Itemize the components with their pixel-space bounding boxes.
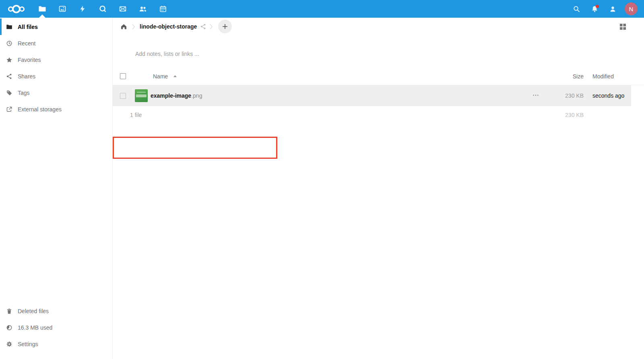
talk-icon bbox=[99, 5, 107, 13]
avatar-initial: N bbox=[629, 6, 634, 12]
sidebar-item-tags[interactable]: Tags bbox=[0, 84, 112, 101]
notifications-button[interactable] bbox=[588, 0, 601, 18]
star-icon bbox=[6, 57, 12, 63]
app-activity-button[interactable] bbox=[72, 0, 93, 18]
sidebar-item-label: Tags bbox=[18, 90, 30, 96]
sidebar-item-settings[interactable]: Settings bbox=[0, 336, 112, 352]
breadcrumb-current-folder[interactable]: linode-object-storage bbox=[140, 23, 197, 30]
breadcrumb-share-button[interactable] bbox=[200, 23, 206, 30]
new-file-button[interactable] bbox=[218, 20, 232, 33]
quota-pie-icon bbox=[6, 324, 12, 331]
tag-icon bbox=[6, 90, 12, 96]
file-name-base: example-image bbox=[151, 92, 191, 99]
summary-total-size: 230 KB bbox=[543, 112, 584, 118]
file-name-extension: .png bbox=[191, 92, 202, 99]
file-row[interactable]: example-image.png 230 KB seconds ago bbox=[113, 85, 644, 106]
nextcloud-logo[interactable] bbox=[0, 0, 32, 18]
app-calendar-button[interactable] bbox=[153, 0, 173, 18]
active-app-pointer-icon bbox=[39, 14, 45, 18]
notification-dot bbox=[596, 5, 599, 8]
files-sidebar: All files Recent Favorites Shares bbox=[0, 18, 113, 359]
photos-icon bbox=[58, 5, 66, 13]
contacts-menu-button[interactable] bbox=[607, 0, 619, 18]
sidebar-item-favorites[interactable]: Favorites bbox=[0, 51, 112, 68]
clock-icon bbox=[6, 40, 12, 47]
sidebar-item-all-files[interactable]: All files bbox=[0, 18, 112, 35]
three-dots-icon bbox=[532, 92, 539, 99]
chevron-right-icon bbox=[131, 24, 136, 30]
search-button[interactable] bbox=[570, 0, 582, 18]
file-list: Name Size Modified example-image.png bbox=[113, 68, 644, 124]
sidebar-item-label: Shares bbox=[18, 73, 35, 80]
external-link-icon bbox=[6, 106, 12, 113]
lightning-icon bbox=[78, 5, 87, 13]
size-column-header[interactable]: Size bbox=[543, 73, 584, 80]
sidebar-item-label: All files bbox=[18, 24, 38, 30]
grid-view-toggle[interactable] bbox=[619, 23, 626, 30]
breadcrumb-home-button[interactable] bbox=[118, 22, 130, 32]
files-main-area: linode-object-storage Add notes, lists o… bbox=[113, 18, 644, 359]
topbar-app-menu bbox=[0, 0, 173, 18]
sidebar-item-label: External storages bbox=[18, 106, 62, 113]
user-avatar[interactable]: N bbox=[625, 2, 638, 15]
folder-icon bbox=[6, 24, 12, 30]
folder-icon bbox=[38, 5, 46, 13]
file-list-summary: 1 file 230 KB bbox=[113, 106, 644, 124]
workspace-notes-placeholder[interactable]: Add notes, lists or links ... bbox=[135, 51, 199, 57]
summary-file-count: 1 file bbox=[113, 112, 519, 118]
app-talk-button[interactable] bbox=[93, 0, 113, 18]
mail-icon bbox=[119, 5, 127, 13]
person-icon bbox=[609, 5, 617, 13]
sidebar-footer: Deleted files 16.3 MB used bbox=[0, 303, 112, 359]
sidebar-item-label: Deleted files bbox=[18, 308, 49, 314]
trash-icon bbox=[6, 308, 12, 314]
topbar-actions: N bbox=[570, 0, 644, 18]
file-list-header: Name Size Modified bbox=[113, 68, 644, 85]
sidebar-item-label: Favorites bbox=[18, 57, 41, 63]
app-files-button[interactable] bbox=[32, 0, 52, 18]
sidebar-item-recent[interactable]: Recent bbox=[0, 35, 112, 51]
file-actions-menu-button[interactable] bbox=[532, 92, 539, 100]
users-icon bbox=[139, 5, 147, 13]
calendar-icon bbox=[159, 5, 167, 13]
home-icon bbox=[120, 23, 127, 30]
row-checkbox[interactable] bbox=[120, 93, 126, 99]
file-thumbnail bbox=[135, 89, 148, 102]
chevron-right-icon bbox=[209, 24, 213, 30]
select-all-checkbox[interactable] bbox=[120, 73, 126, 79]
modified-column-header[interactable]: Modified bbox=[584, 73, 644, 80]
sidebar-item-label: 16.3 MB used bbox=[18, 324, 52, 331]
sort-by-name-button[interactable]: Name bbox=[135, 73, 177, 80]
share-icon bbox=[200, 23, 206, 30]
sidebar-item-label: Recent bbox=[18, 40, 35, 47]
plus-icon bbox=[222, 23, 228, 30]
file-name-cell[interactable]: example-image.png bbox=[135, 89, 519, 102]
gear-icon bbox=[6, 341, 12, 347]
grid-icon bbox=[619, 23, 626, 30]
search-icon bbox=[573, 5, 580, 13]
topbar: N bbox=[0, 0, 644, 18]
sidebar-item-quota[interactable]: 16.3 MB used bbox=[0, 319, 112, 336]
annotation-highlight-box bbox=[113, 137, 277, 159]
breadcrumb: linode-object-storage bbox=[113, 18, 644, 35]
sidebar-item-label: Settings bbox=[18, 341, 38, 347]
app-contacts-button[interactable] bbox=[133, 0, 153, 18]
sidebar-item-deleted-files[interactable]: Deleted files bbox=[0, 303, 112, 319]
name-column-header: Name bbox=[153, 73, 168, 80]
file-modified: seconds ago bbox=[584, 92, 644, 99]
sidebar-item-shares[interactable]: Shares bbox=[0, 68, 112, 84]
app-mail-button[interactable] bbox=[113, 0, 133, 18]
share-icon bbox=[6, 73, 12, 80]
app-photos-button[interactable] bbox=[52, 0, 72, 18]
file-size: 230 KB bbox=[543, 92, 584, 99]
logo-circle-middle bbox=[12, 5, 21, 13]
sort-ascending-icon bbox=[173, 75, 177, 77]
sidebar-item-external-storages[interactable]: External storages bbox=[0, 101, 112, 117]
